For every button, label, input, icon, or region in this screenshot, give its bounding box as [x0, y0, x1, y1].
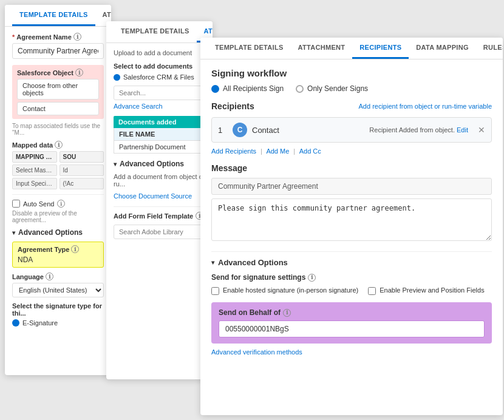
panel3-tab-bar: TEMPLATE DETAILS ATTACHMENT RECIPIENTS D…	[200, 38, 503, 59]
map-note: To map associated fields use the "M...	[12, 123, 104, 136]
add-recipients-link[interactable]: Add Recipients	[211, 147, 256, 155]
sf-obj-info-icon[interactable]: ℹ	[75, 69, 83, 76]
send-sig-label-text: Send for signature settings	[211, 273, 305, 282]
only-sender-label: Only Sender Signs	[307, 84, 368, 93]
choose-doc-source-link[interactable]: Choose Document Source	[114, 192, 192, 200]
enable-hosted-checkbox[interactable]	[211, 287, 219, 295]
agreement-type-info-icon[interactable]: ℹ	[71, 245, 79, 253]
agreement-name-input[interactable]	[12, 43, 104, 59]
nda-value: NDA	[18, 256, 98, 264]
adobe-library-search[interactable]	[114, 225, 205, 239]
tab-data-mapping-3[interactable]: DATA MAPPING	[409, 38, 476, 59]
advanced-options-label-1: Advanced Options	[18, 228, 83, 237]
agreement-type-label-text: Agreement Type	[18, 246, 69, 253]
advanced-options-toggle-1[interactable]: ▾ Advanced Options	[12, 228, 104, 237]
advanced-options-section-3: ▾ Advanced Options Send for signature se…	[211, 251, 492, 356]
recipient-edit-link[interactable]: Edit	[457, 126, 468, 134]
signing-workflow-title: Signing workflow	[211, 68, 492, 78]
pipe-2: |	[293, 147, 295, 155]
salesforce-crm-radio[interactable]	[114, 74, 120, 81]
language-info-icon[interactable]: ℹ	[46, 273, 53, 280]
add-recipient-link[interactable]: Add recipient from object or run-time va…	[359, 103, 492, 110]
advanced-options-toggle-2[interactable]: ▾ Advanced Options	[114, 160, 205, 168]
auto-send-checkbox[interactable]	[12, 200, 20, 208]
auto-send-note: Disable a preview of the agreement...	[12, 210, 104, 223]
message-subject-input[interactable]	[211, 178, 492, 195]
tab-attachment-3[interactable]: ATTACHMENT	[291, 38, 353, 59]
file-name-header: FILE NAME	[114, 128, 205, 141]
mapped-data-info-icon[interactable]: ℹ	[55, 141, 63, 149]
behalf-input[interactable]	[219, 320, 485, 337]
all-recipients-radio[interactable]	[211, 85, 219, 93]
mapping-col2-header: SOU	[60, 151, 104, 163]
auto-send-label: Auto Send	[23, 200, 54, 208]
search-input-attachment[interactable]	[114, 86, 205, 100]
message-body-textarea[interactable]: Please sign this community partner agree…	[211, 198, 492, 241]
mapping-row1-col1: Select Master Object Field	[12, 164, 57, 176]
mapped-data-section: Mapped data ℹ MAPPING METHOD SOU Select …	[12, 141, 104, 189]
advanced-chevron-2: ▾	[114, 161, 117, 168]
agreement-name-info-icon[interactable]: ℹ	[73, 33, 81, 41]
panel2-tab-bar: TEMPLATE DETAILS ATTACHMENT RECIPIENTS D…	[106, 21, 213, 43]
send-sig-info-icon[interactable]: ℹ	[308, 274, 316, 282]
agreement-type-label: Agreement Type ℹ	[18, 245, 98, 253]
add-me-link[interactable]: Add Me	[266, 147, 289, 155]
adv-verify-link[interactable]: Advanced verification methods	[211, 348, 492, 356]
salesforce-crm-label: Salesforce CRM & Files	[123, 73, 194, 81]
tab-template-details-3[interactable]: TEMPLATE DETAILS	[208, 38, 291, 59]
mapped-data-label: Mapped data ℹ	[12, 141, 104, 149]
send-behalf-label-text: Send on Behalf of	[219, 308, 281, 317]
signing-options-row: All Recipients Sign Only Sender Signs	[211, 84, 492, 93]
send-behalf-label: Send on Behalf of ℹ	[219, 308, 485, 317]
recipient-name: Contact	[252, 126, 364, 135]
advanced-chevron-1: ▾	[12, 229, 15, 236]
send-behalf-section: Send on Behalf of ℹ	[211, 302, 492, 344]
tab-rules-3[interactable]: RULES	[476, 38, 503, 59]
advanced-chevron-3: ▾	[211, 259, 214, 266]
panel1-content: * Agreement Name ℹ Salesforce Object ℹ C…	[5, 27, 111, 373]
recipient-status-text: Recipient Added from object.	[369, 126, 455, 134]
advance-search-link[interactable]: Advance Search	[114, 103, 205, 110]
recipient-icon: C	[233, 123, 247, 137]
recipient-number: 1	[218, 126, 228, 135]
tab-template-details-2[interactable]: TEMPLATE DETAILS	[114, 21, 197, 42]
adv-note-2: Add a document from object or ru...	[114, 173, 205, 188]
divider-2	[114, 206, 205, 207]
esignature-radio[interactable]	[12, 319, 19, 327]
tab-recipients-3[interactable]: RECIPIENTS	[352, 38, 409, 59]
only-sender-option[interactable]: Only Sender Signs	[296, 84, 368, 93]
form-field-label: Add Form Field Template	[114, 212, 193, 220]
enable-hosted-label: Enable hosted signature (in-person signa…	[223, 286, 358, 294]
send-behalf-info-icon[interactable]: ℹ	[283, 309, 291, 317]
panel3-content: Signing workflow All Recipients Sign Onl…	[200, 59, 503, 412]
all-recipients-option[interactable]: All Recipients Sign	[211, 84, 284, 93]
all-recipients-label: All Recipients Sign	[223, 84, 284, 93]
select-docs-label: Select to add documents	[114, 63, 205, 70]
advanced-options-label-2: Advanced Options	[120, 160, 184, 168]
form-field-template-row: Add Form Field Template ℹ	[114, 212, 205, 220]
pipe-1: |	[261, 147, 262, 155]
tab-template-details-1[interactable]: TEMPLATE DETAILS	[12, 5, 95, 26]
mapping-row2-col2: (!Ac	[60, 178, 104, 189]
contact-object-value: Contact	[17, 102, 99, 115]
mapping-col1-header: MAPPING METHOD	[12, 151, 57, 163]
only-sender-radio[interactable]	[296, 85, 304, 93]
message-section: Message Please sign this community partn…	[211, 163, 492, 243]
auto-send-info-icon[interactable]: ℹ	[57, 200, 65, 208]
sig-type-row: E-Signature	[12, 319, 104, 327]
recipient-close-icon[interactable]: ✕	[478, 125, 485, 135]
upload-text: Upload to add a document	[114, 49, 205, 56]
mapping-header-row: MAPPING METHOD SOU	[12, 151, 104, 163]
enable-preview-checkbox[interactable]	[368, 287, 376, 295]
add-links-row: Add Recipients | Add Me | Add Cc	[211, 147, 492, 155]
advanced-options-label-3: Advanced Options	[218, 258, 288, 267]
choose-other-objects-button[interactable]: Choose from other objects	[17, 79, 99, 100]
partnership-document-row: Partnership Document	[114, 141, 205, 154]
add-cc-link[interactable]: Add Cc	[299, 147, 321, 155]
salesforce-object-label: Salesforce Object ℹ	[17, 69, 99, 76]
language-select[interactable]: English (United States)	[12, 283, 104, 297]
required-star: *	[12, 33, 15, 41]
panel1-tab-bar: TEMPLATE DETAILS ATTACHMENT RECIPIENTS D…	[5, 5, 111, 27]
enable-hosted-item: Enable hosted signature (in-person signa…	[211, 286, 358, 295]
advanced-options-toggle-3[interactable]: ▾ Advanced Options	[211, 258, 492, 267]
